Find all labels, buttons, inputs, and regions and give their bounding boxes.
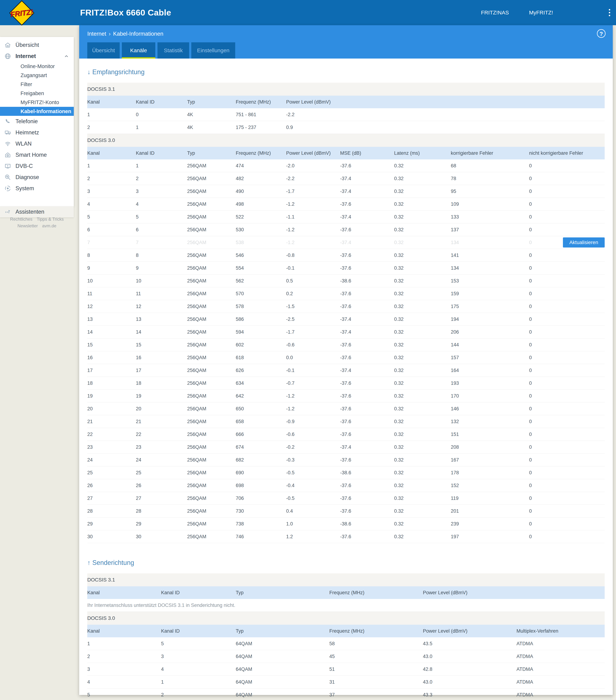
- column-header: Typ: [236, 628, 329, 634]
- table-cell: 0.32: [394, 163, 451, 168]
- footer-link[interactable]: Tipps & Tricks: [37, 217, 64, 222]
- main-content: ↓Empfangsrichtung DOCSIS 3.1KanalKanal I…: [79, 59, 613, 700]
- table-cell: 0: [529, 406, 605, 412]
- table-cell: 4: [87, 679, 161, 685]
- table-cell: 0: [529, 496, 605, 501]
- refresh-button[interactable]: Aktualisieren: [563, 237, 605, 248]
- table-cell: 175: [451, 304, 529, 309]
- table-cell: 650: [236, 406, 286, 412]
- table-row: 66256QAM530-1.2-37.60.321370: [87, 223, 605, 236]
- table-cell: 0.32: [394, 342, 451, 348]
- table-cell: -38.6: [340, 470, 394, 476]
- table-cell: 522: [236, 214, 286, 220]
- table-cell: -0.4: [286, 483, 340, 488]
- sidebar-item-label: DVB-C: [15, 163, 33, 169]
- sidebar-item-wlan[interactable]: WLAN: [0, 138, 74, 149]
- table-cell: 7: [87, 240, 136, 245]
- table-cell: -0.3: [286, 457, 340, 463]
- sidebar-item-system[interactable]: System: [0, 183, 74, 194]
- table-cell: 0.32: [394, 496, 451, 501]
- table-row: 1111256QAM5700.2-37.60.321590: [87, 287, 605, 300]
- table-cell: 13: [87, 316, 136, 322]
- table-cell: 13: [136, 316, 187, 322]
- sidebar-item-dvb-c[interactable]: DVB-C: [0, 161, 74, 172]
- table-cell: 208: [451, 445, 529, 450]
- sidebar-item-smart-home[interactable]: Smart Home: [0, 149, 74, 161]
- table-row: 2020256QAM650-1.2-37.60.321460: [87, 402, 605, 415]
- table-cell: 0: [529, 329, 605, 335]
- table-cell: 68: [451, 163, 529, 168]
- table-cell: 26: [87, 483, 136, 488]
- footer-link[interactable]: avm.de: [42, 223, 56, 228]
- table-cell: 21: [87, 419, 136, 424]
- table-cell: 23: [87, 445, 136, 450]
- table-cell: 0.32: [394, 227, 451, 233]
- sidebar-item-internet[interactable]: Internet: [0, 51, 74, 62]
- column-header: Kanal ID: [161, 628, 236, 634]
- footer-link[interactable]: Newsletter: [17, 223, 38, 228]
- down-arrow-icon: ↓: [87, 68, 91, 76]
- sidebar-item-telefonie[interactable]: Telefonie: [0, 116, 74, 127]
- footer-link[interactable]: Rechtliches: [10, 217, 33, 222]
- table-cell: 5: [136, 214, 187, 220]
- table-cell: 1.0: [286, 521, 340, 527]
- table-cell: 25: [136, 470, 187, 476]
- table-cell: 5: [87, 692, 161, 698]
- tab-kan-le[interactable]: Kanäle: [122, 42, 155, 59]
- downstream-heading: ↓Empfangsrichtung: [87, 68, 605, 76]
- table-cell: -37.6: [340, 393, 394, 399]
- table-cell: 1: [136, 163, 187, 168]
- table-cell: 159: [451, 291, 529, 297]
- table-cell: 0: [529, 278, 605, 284]
- sidebar-subitem-freigaben[interactable]: Freigaben: [0, 89, 74, 98]
- table-row: 1818256QAM634-0.7-37.60.321930: [87, 377, 605, 390]
- tab-statistik[interactable]: Statistik: [157, 42, 189, 59]
- table-cell: -37.6: [340, 201, 394, 207]
- sidebar-item-heimnetz[interactable]: Heimnetz: [0, 127, 74, 138]
- table-cell: 658: [236, 419, 286, 424]
- table-row: 2222256QAM666-0.6-37.60.321510: [87, 428, 605, 441]
- table-cell: 256QAM: [187, 508, 236, 514]
- table-cell: -0.5: [286, 496, 340, 501]
- table-row: 1616256QAM6180.0-37.60.321570: [87, 351, 605, 364]
- header-link[interactable]: FRITZ!NAS: [481, 10, 509, 16]
- sidebar-subitem-myfritz-konto[interactable]: MyFRITZ!-Konto: [0, 98, 74, 107]
- sidebar-item-label: Diagnose: [15, 174, 39, 180]
- table-cell: 64QAM: [236, 641, 329, 647]
- table-cell: 95: [451, 189, 529, 194]
- column-header: korrigierbare Fehler: [451, 150, 529, 156]
- column-header: Frequenz (MHz): [236, 150, 286, 156]
- header-link[interactable]: MyFRITZ!: [529, 10, 553, 16]
- sidebar-subitem-zugangsart[interactable]: Zugangsart: [0, 71, 74, 80]
- help-icon[interactable]: ?: [597, 29, 606, 38]
- table-cell: -37.4: [340, 214, 394, 220]
- sidebar-subitem-kabel-informationen[interactable]: Kabel-Informationen: [0, 107, 74, 116]
- table-cell: 194: [451, 316, 529, 322]
- sidebar-subitem-online-monitor[interactable]: Online-Monitor: [0, 62, 74, 71]
- table-cell: 43.3: [423, 692, 516, 698]
- table-row: 104K751 - 861-2.2: [87, 108, 605, 121]
- table-cell: 0: [529, 355, 605, 361]
- table-cell: 578: [236, 304, 286, 309]
- table-cell: 0: [529, 521, 605, 527]
- tab--bersicht[interactable]: Übersicht: [87, 42, 120, 59]
- table-cell: 14: [136, 329, 187, 335]
- table-cell: 43.0: [423, 654, 516, 659]
- tab-einstellungen[interactable]: Einstellungen: [191, 42, 235, 59]
- sidebar-item-diagnose[interactable]: Diagnose: [0, 172, 74, 183]
- table-cell: 256QAM: [187, 291, 236, 297]
- downstream-docsis30-table: DOCSIS 3.0KanalKanal IDTypFrequenz (MHz)…: [87, 134, 605, 543]
- sidebar-subitem-filter[interactable]: Filter: [0, 80, 74, 89]
- table-cell: 5: [161, 641, 236, 647]
- table-cell: -37.6: [340, 534, 394, 539]
- breadcrumb-section[interactable]: Internet: [87, 30, 106, 37]
- table-cell: 45: [329, 654, 423, 659]
- column-header: Frequenz (MHz): [236, 99, 286, 105]
- column-header: Power Level (dBmV): [423, 628, 516, 634]
- kebab-menu-icon[interactable]: [606, 8, 613, 18]
- table-cell: 2: [87, 176, 136, 182]
- sidebar-item-assistenten[interactable]: Assistenten: [0, 206, 74, 217]
- table-cell: 14: [87, 329, 136, 335]
- table-cell: 19: [136, 393, 187, 399]
- sidebar-item--bersicht[interactable]: Übersicht: [0, 39, 74, 51]
